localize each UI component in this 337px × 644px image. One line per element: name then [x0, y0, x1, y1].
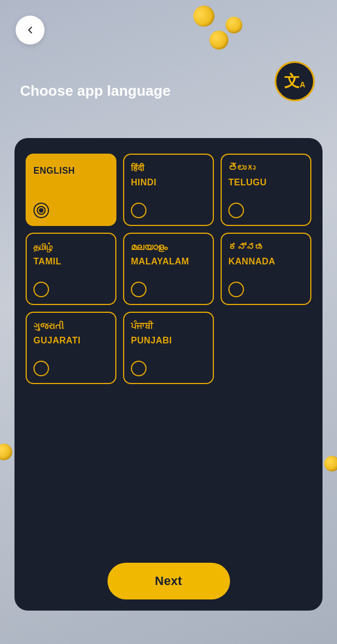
- radio-circle: [228, 203, 244, 218]
- language-english-text: ENGLISH: [33, 166, 109, 176]
- back-button[interactable]: [16, 16, 45, 45]
- language-native-text: ಕನ್ನಡ: [228, 242, 304, 253]
- radio-circle: [131, 203, 146, 218]
- radio-inner: [37, 206, 46, 215]
- back-icon: [25, 24, 36, 36]
- radio-circle: [131, 361, 146, 376]
- page-title: Choose app language: [20, 82, 170, 100]
- next-button[interactable]: Next: [108, 563, 230, 599]
- radio-circle: [33, 361, 49, 376]
- language-option-hindi[interactable]: हिंदीHINDI: [123, 154, 214, 226]
- language-option-gujarati[interactable]: ગુજરાતીGUJARATI: [26, 312, 116, 384]
- language-english-text: TAMIL: [33, 257, 109, 267]
- language-native-text: ਪੰਜਾਬੀ: [131, 321, 206, 332]
- language-native-text: हिंदी: [131, 163, 206, 174]
- language-english-text: HINDI: [131, 178, 206, 188]
- language-english-text: PUNJABI: [131, 336, 206, 346]
- language-option-malayalam[interactable]: മലയാളംMALAYALAM: [123, 233, 214, 305]
- language-icon-badge: 文A: [275, 61, 315, 101]
- language-option-tamil[interactable]: தமிழ்TAMIL: [26, 233, 116, 305]
- language-english-text: TELUGU: [228, 178, 304, 188]
- radio-circle: [131, 282, 146, 297]
- language-english-text: GUJARATI: [33, 336, 109, 346]
- language-native-text: മലയാളം: [131, 242, 206, 253]
- language-option-kannada[interactable]: ಕನ್ನಡKANNADA: [221, 233, 311, 305]
- language-native-text: தமிழ்: [33, 242, 109, 253]
- translate-icon: 文A: [284, 71, 305, 92]
- radio-circle: [33, 282, 49, 297]
- radio-dot: [39, 208, 43, 213]
- radio-circle: [228, 282, 244, 297]
- language-option-telugu[interactable]: తెలుగుTELUGU: [221, 154, 311, 226]
- language-selection-card: ENGLISHहिंदीHINDIతెలుగుTELUGUதமிழ்TAMILമ…: [14, 138, 323, 611]
- language-option-english[interactable]: ENGLISH: [26, 154, 116, 226]
- decorative-coin-right: [324, 456, 337, 471]
- decorative-coin-3: [209, 31, 228, 50]
- decorative-coin-left: [0, 444, 12, 460]
- radio-circle: [33, 203, 49, 218]
- language-native-text: తెలుగు: [228, 163, 304, 174]
- decorative-coin-2: [224, 15, 245, 36]
- language-native-text: ગુજરાતી: [33, 321, 109, 332]
- language-english-text: KANNADA: [228, 257, 304, 267]
- language-option-punjabi[interactable]: ਪੰਜਾਬੀPUNJABI: [123, 312, 214, 384]
- language-english-text: MALAYALAM: [131, 257, 206, 267]
- language-grid: ENGLISHहिंदीHINDIతెలుగుTELUGUதமிழ்TAMILമ…: [26, 154, 311, 384]
- decorative-coin-1: [191, 3, 218, 30]
